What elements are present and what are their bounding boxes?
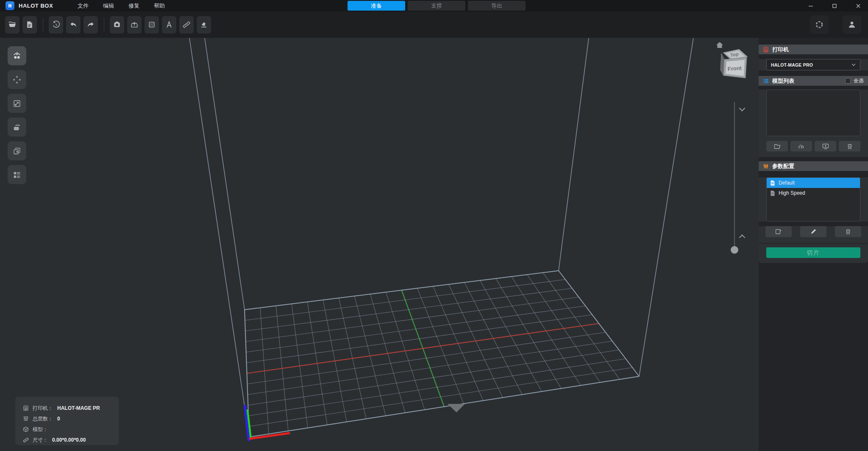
printer-selected-value: HALOT-MAGE PRO	[771, 62, 813, 67]
profile-name: High Speed	[779, 190, 805, 196]
maximize-button[interactable]	[832, 3, 837, 9]
profile-name: Default	[779, 180, 795, 186]
model-detail-list-button[interactable]	[8, 165, 26, 184]
printer-section-header: 打印机	[759, 45, 868, 54]
save-file-icon	[25, 20, 34, 29]
tab-support[interactable]: 支撑	[408, 1, 465, 11]
chevron-down-icon	[851, 63, 856, 66]
camera-button[interactable]	[110, 16, 124, 34]
add-profile-button[interactable]	[765, 226, 792, 237]
add-profile-icon	[775, 228, 782, 235]
profile-row-default[interactable]: Default	[767, 178, 860, 188]
toolbar-separator	[104, 18, 104, 31]
scale-icon	[12, 99, 22, 108]
user-account-button[interactable]	[843, 15, 861, 34]
dashed-circle-icon	[815, 20, 824, 29]
printer-icon	[763, 47, 769, 53]
profile-doc-icon	[770, 190, 775, 196]
dimension-icon	[23, 437, 29, 443]
app-logo	[6, 1, 14, 10]
network-status-button[interactable]	[810, 15, 829, 34]
title-bar: HALOT BOX 文件 编辑 修复 帮助 准备 支撑 导出	[0, 0, 868, 11]
export-box-icon	[130, 20, 139, 29]
select-all-checkbox[interactable]	[845, 78, 851, 84]
trash-icon	[846, 143, 853, 150]
open-folder-icon	[8, 20, 17, 29]
menu-bar: 文件 编辑 修复 帮助	[78, 2, 165, 10]
model-list-title: 模型列表	[772, 77, 794, 85]
list-icon	[763, 78, 769, 84]
right-panel: 打印机 HALOT-MAGE PRO 模型列表	[759, 38, 868, 451]
menu-repair[interactable]: 修复	[128, 2, 139, 10]
home-icon[interactable]	[716, 42, 723, 48]
undo-icon	[69, 20, 78, 29]
export-cloud-button[interactable]	[790, 141, 812, 151]
slice-button[interactable]: 切片	[766, 247, 860, 258]
clone-button[interactable]	[8, 141, 26, 160]
eraser-icon	[200, 20, 208, 29]
chevron-down-icon[interactable]	[740, 108, 745, 111]
sliders-icon	[763, 163, 769, 169]
camera-icon	[113, 20, 121, 29]
layers-icon	[23, 416, 29, 422]
edit-profile-button[interactable]	[800, 226, 826, 237]
workflow-tabs: 准备 支撑 导出	[348, 1, 526, 11]
move-button[interactable]	[8, 70, 26, 89]
left-tool-column	[8, 46, 26, 184]
menu-file[interactable]: 文件	[78, 2, 89, 10]
model-list-box[interactable]	[766, 90, 860, 136]
text-tool-button[interactable]	[162, 16, 176, 34]
scale-button[interactable]	[8, 94, 26, 113]
close-button[interactable]	[855, 3, 861, 9]
menu-edit[interactable]: 编辑	[103, 2, 114, 10]
profile-row-high-speed[interactable]: High Speed	[767, 188, 860, 198]
view-cube-front-label: Front	[727, 65, 742, 72]
app-title: HALOT BOX	[19, 3, 53, 9]
printer-section-title: 打印机	[772, 46, 789, 53]
save-file-button[interactable]	[22, 16, 37, 34]
halot-logo-icon	[7, 3, 13, 8]
tab-export[interactable]: 导出	[468, 1, 526, 11]
model-list-section: 模型列表 全选	[759, 76, 868, 157]
minimize-button[interactable]	[808, 3, 814, 9]
profile-list: Default High Speed	[766, 177, 860, 221]
send-to-printer-button[interactable]	[815, 141, 836, 151]
measure-tool-button[interactable]	[179, 16, 194, 34]
delete-profile-button[interactable]	[835, 226, 861, 237]
arrange-icon	[12, 51, 22, 61]
hollow-tool-button[interactable]	[145, 16, 159, 34]
text-a-icon	[165, 20, 173, 29]
eraser-tool-button[interactable]	[197, 16, 211, 34]
slider-knob[interactable]	[731, 246, 738, 254]
info-row-layers: 总层数： 0	[23, 415, 119, 423]
monitor-upload-icon	[822, 143, 829, 150]
model-icon	[23, 426, 29, 432]
open-file-button[interactable]	[5, 16, 19, 34]
chevron-up-icon[interactable]	[740, 235, 745, 238]
trash-icon	[845, 228, 851, 235]
reset-view-button[interactable]	[49, 16, 63, 34]
plate-front-marker	[448, 404, 465, 412]
import-model-button[interactable]	[766, 141, 788, 151]
ruler-icon	[182, 20, 191, 29]
undo-button[interactable]	[66, 16, 81, 34]
auto-arrange-button[interactable]	[8, 46, 26, 65]
view-cube[interactable]: Top Front	[716, 42, 748, 78]
printer-select-dropdown[interactable]: HALOT-MAGE PRO	[766, 59, 860, 70]
redo-button[interactable]	[83, 16, 98, 34]
rotate-button[interactable]	[8, 118, 26, 137]
viewport-3d[interactable]: Top Front	[0, 38, 759, 451]
profiles-section: 参数配置 Default	[759, 161, 868, 263]
main-toolbar	[0, 11, 868, 38]
export-model-button[interactable]	[127, 16, 142, 34]
menu-help[interactable]: 帮助	[154, 2, 165, 10]
model-list-header: 模型列表 全选	[759, 76, 868, 86]
rotate-icon	[12, 123, 22, 132]
profile-doc-icon	[770, 180, 775, 186]
select-all-label: 全选	[854, 77, 864, 84]
build-volume-scene: Top Front	[0, 38, 759, 451]
pencil-icon	[810, 228, 817, 235]
delete-model-button[interactable]	[839, 141, 860, 151]
layer-slider[interactable]	[731, 102, 745, 254]
tab-prepare[interactable]: 准备	[348, 1, 405, 11]
